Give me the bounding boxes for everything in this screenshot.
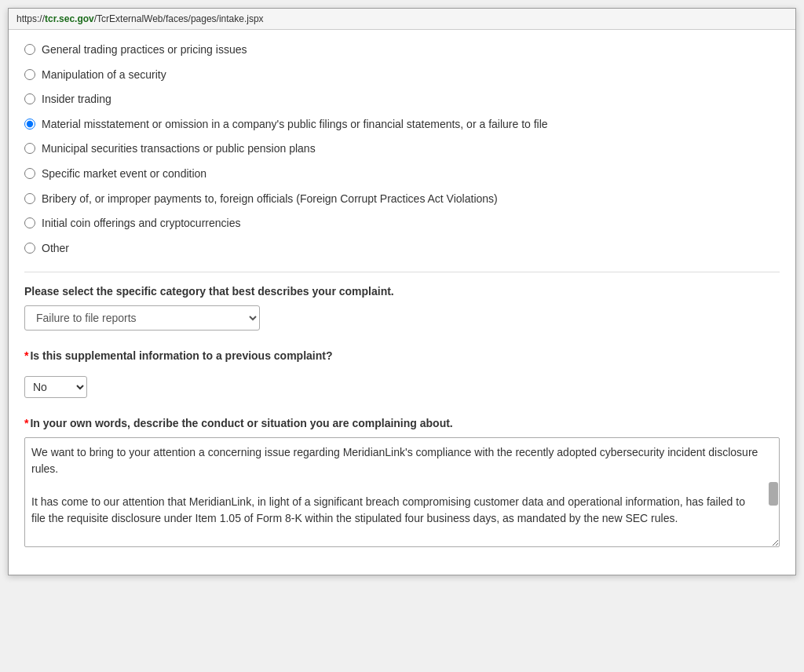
list-item[interactable]: Specific market event or condition bbox=[24, 166, 780, 182]
list-item[interactable]: Insider trading bbox=[24, 92, 780, 108]
address-domain: tcr.sec.gov bbox=[45, 13, 94, 24]
radio-label-crypto: Initial coin offerings and cryptocurrenc… bbox=[42, 216, 240, 232]
radio-crypto[interactable] bbox=[24, 217, 35, 228]
list-item[interactable]: General trading practices or pricing iss… bbox=[24, 42, 780, 58]
radio-bribery[interactable] bbox=[24, 193, 35, 204]
radio-label-insider-trading: Insider trading bbox=[42, 92, 111, 108]
radio-label-municipal: Municipal securities transactions or pub… bbox=[42, 141, 316, 157]
address-https: https:// bbox=[16, 13, 45, 24]
supplemental-label: *Is this supplemental information to a p… bbox=[24, 349, 780, 362]
radio-label-bribery: Bribery of, or improper payments to, for… bbox=[42, 192, 498, 207]
describe-textarea[interactable] bbox=[24, 437, 780, 547]
radio-material-misstatement[interactable] bbox=[24, 119, 35, 130]
describe-section: *In your own words, describe the conduct… bbox=[24, 417, 780, 550]
radio-label-general-trading: General trading practices or pricing iss… bbox=[42, 42, 247, 58]
browser-window: https://tcr.sec.gov/TcrExternalWeb/faces… bbox=[8, 8, 796, 575]
radio-label-manipulation: Manipulation of a security bbox=[42, 68, 166, 83]
address-path: /TcrExternalWeb/faces/pages/intake.jspx bbox=[94, 13, 264, 24]
supplemental-section: *Is this supplemental information to a p… bbox=[24, 349, 780, 398]
list-item[interactable]: Bribery of, or improper payments to, for… bbox=[24, 192, 780, 207]
radio-other[interactable] bbox=[24, 243, 35, 254]
scrollbar-thumb[interactable] bbox=[769, 482, 778, 506]
radio-general-trading[interactable] bbox=[24, 44, 35, 55]
radio-municipal[interactable] bbox=[24, 143, 35, 154]
radio-group: General trading practices or pricing iss… bbox=[24, 42, 780, 256]
supplemental-dropdown[interactable]: No Yes bbox=[24, 376, 87, 398]
category-section: Please select the specific category that… bbox=[24, 285, 780, 331]
form-content: General trading practices or pricing iss… bbox=[9, 30, 795, 575]
describe-label: *In your own words, describe the conduct… bbox=[24, 417, 780, 429]
list-item[interactable]: Material misstatement or omission in a c… bbox=[24, 117, 780, 133]
category-dropdown[interactable]: Failure to file reports Misstatement Omi… bbox=[24, 305, 260, 331]
list-item[interactable]: Other bbox=[24, 241, 780, 257]
radio-market-event[interactable] bbox=[24, 168, 35, 179]
address-bar: https://tcr.sec.gov/TcrExternalWeb/faces… bbox=[9, 9, 795, 30]
radio-label-material-misstatement: Material misstatement or omission in a c… bbox=[42, 117, 548, 133]
required-star-2: * bbox=[24, 417, 28, 429]
list-item[interactable]: Municipal securities transactions or pub… bbox=[24, 141, 780, 157]
radio-label-market-event: Specific market event or condition bbox=[42, 166, 206, 182]
radio-manipulation[interactable] bbox=[24, 69, 35, 80]
required-star: * bbox=[24, 349, 28, 362]
radio-insider-trading[interactable] bbox=[24, 93, 35, 104]
divider bbox=[24, 272, 780, 272]
list-item[interactable]: Initial coin offerings and cryptocurrenc… bbox=[24, 216, 780, 232]
radio-label-other: Other bbox=[42, 241, 69, 257]
textarea-wrapper bbox=[24, 437, 780, 550]
list-item[interactable]: Manipulation of a security bbox=[24, 68, 780, 83]
category-label: Please select the specific category that… bbox=[24, 285, 780, 298]
